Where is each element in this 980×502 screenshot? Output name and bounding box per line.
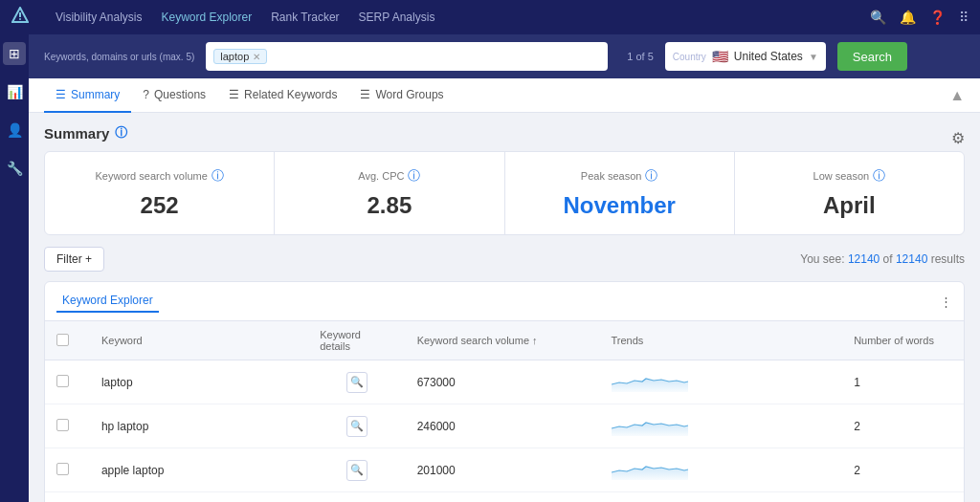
- filter-button[interactable]: Filter +: [44, 247, 104, 272]
- row-volume-cell: 246000: [406, 404, 600, 448]
- bell-icon[interactable]: 🔔: [900, 10, 916, 25]
- tab-questions-label: Questions: [154, 88, 206, 101]
- stat-search-volume: Keyword search volume ⓘ 252: [45, 152, 275, 234]
- sidebar-icon-chart[interactable]: 📊: [3, 80, 26, 103]
- tab-wordgroups[interactable]: ☰ Word Groups: [348, 78, 455, 113]
- summary-title: Summary ⓘ: [44, 124, 127, 142]
- tag-close-btn[interactable]: ✕: [253, 52, 260, 62]
- nav-link-visibility[interactable]: Visibility Analysis: [56, 11, 142, 24]
- row-details-cell: 🔍: [308, 404, 405, 448]
- sidebar-icon-people[interactable]: 👤: [3, 119, 26, 142]
- table-row: apple laptop 🔍 201000: [45, 448, 964, 492]
- stat-value-cpc: 2.85: [294, 192, 484, 219]
- stat-low-season: Low season ⓘ April: [735, 152, 964, 234]
- row-details-cell: 🔍: [308, 448, 405, 492]
- stat-cpc-info-icon[interactable]: ⓘ: [408, 167, 420, 185]
- main-content: Keywords, domains or urls (max. 5) lapto…: [29, 34, 980, 502]
- row-checkbox-1[interactable]: [56, 419, 69, 431]
- row-details-cell: 🔍: [308, 360, 405, 404]
- sidebar-icon-tool[interactable]: 🔧: [3, 157, 26, 180]
- stat-peak-info-icon[interactable]: ⓘ: [645, 167, 657, 185]
- nav-icons: 🔍 🔔 ❓ ⠿: [870, 10, 969, 25]
- stat-volume-info-icon[interactable]: ⓘ: [212, 167, 224, 185]
- results-info: You see: 12140 of 12140 results: [800, 252, 965, 266]
- row-words-cell: 2: [842, 448, 964, 492]
- stat-cpc: Avg. CPC ⓘ 2.85: [275, 152, 504, 234]
- row-words-cell: 1: [842, 360, 964, 404]
- trend-sparkline-1: [612, 413, 688, 436]
- logo: [11, 7, 29, 28]
- col-header-words[interactable]: Number of words: [842, 321, 964, 360]
- stat-label-volume: Keyword search volume ⓘ: [64, 167, 255, 185]
- row-volume-cell: 90500: [406, 492, 600, 503]
- results-of: of: [883, 252, 896, 266]
- stat-low-info-icon[interactable]: ⓘ: [873, 167, 885, 185]
- table-tab-keyword-explorer[interactable]: Keyword Explorer: [56, 290, 159, 313]
- help-icon[interactable]: ❓: [929, 10, 946, 25]
- summary-tab-icon: ☰: [56, 88, 66, 101]
- row-keyword-cell: laptop: [90, 360, 308, 404]
- col-header-volume[interactable]: Keyword search volume ↑: [406, 321, 600, 360]
- keyword-tag: laptop ✕: [213, 49, 267, 64]
- detail-btn-2[interactable]: 🔍: [346, 460, 368, 481]
- results-count-link[interactable]: 12140: [848, 252, 880, 266]
- sidebar-icon-grid[interactable]: ⊞: [3, 42, 26, 65]
- tab-bar-collapse-icon[interactable]: ▲: [949, 87, 965, 104]
- row-trend-cell: [600, 448, 843, 492]
- table-head-row: Keyword Keyword details Keyword search v…: [45, 321, 964, 360]
- search-icon[interactable]: 🔍: [870, 10, 886, 25]
- related-tab-icon: ☰: [229, 88, 239, 101]
- table-more-icon[interactable]: ⋮: [940, 295, 952, 309]
- wordgroups-tab-icon: ☰: [360, 88, 370, 101]
- stats-row: Keyword search volume ⓘ 252 Avg. CPC ⓘ 2…: [44, 151, 965, 235]
- col-header-details: Keyword details: [308, 321, 405, 360]
- nav-link-keyword[interactable]: Keyword Explorer: [161, 11, 252, 24]
- table-row: asus laptop 🔍 90500: [45, 492, 964, 503]
- table-row: hp laptop 🔍 246000: [45, 404, 964, 448]
- tab-wordgroups-label: Word Groups: [375, 88, 443, 101]
- settings-gear-icon[interactable]: ⚙: [951, 129, 965, 147]
- results-text: You see:: [800, 252, 844, 266]
- col-header-check: [45, 321, 90, 360]
- top-navigation: Visibility Analysis Keyword Explorer Ran…: [0, 0, 980, 34]
- keyword-tag-text: laptop: [220, 51, 249, 62]
- row-trend-cell: [600, 492, 843, 503]
- summary-title-text: Summary: [44, 125, 109, 142]
- tab-bar: ☰ Summary ? Questions ☰ Related Keywords…: [29, 78, 980, 113]
- search-button[interactable]: Search: [837, 42, 907, 71]
- row-keyword-cell: apple laptop: [90, 448, 308, 492]
- tab-related[interactable]: ☰ Related Keywords: [217, 78, 348, 113]
- country-selector[interactable]: Country 🇺🇸 United States ▼: [665, 42, 826, 71]
- row-checkbox-2[interactable]: [56, 463, 69, 475]
- search-counter: 1 of 5: [627, 51, 654, 62]
- detail-btn-0[interactable]: 🔍: [346, 372, 368, 393]
- country-name: United States: [734, 50, 803, 63]
- summary-info-icon[interactable]: ⓘ: [115, 124, 127, 142]
- row-checkbox-0[interactable]: [56, 375, 69, 387]
- results-total-link[interactable]: 12140: [896, 252, 927, 266]
- summary-header: Summary ⓘ ⚙: [44, 124, 965, 151]
- col-header-keyword[interactable]: Keyword: [90, 321, 308, 360]
- sidebar: ⊞ 📊 👤 🔧: [0, 34, 29, 502]
- nav-link-serp[interactable]: SERP Analysis: [359, 11, 435, 24]
- row-trend-cell: [600, 404, 843, 448]
- select-all-checkbox[interactable]: [56, 334, 69, 346]
- stat-value-low: April: [754, 192, 945, 219]
- tab-questions[interactable]: ? Questions: [131, 78, 217, 113]
- grid-icon[interactable]: ⠿: [959, 10, 969, 25]
- nav-link-rank[interactable]: Rank Tracker: [271, 11, 339, 24]
- col-header-trends[interactable]: Trends: [600, 321, 843, 360]
- tab-related-label: Related Keywords: [244, 88, 337, 101]
- search-label: Keywords, domains or urls (max. 5): [44, 52, 194, 62]
- tab-summary[interactable]: ☰ Summary: [44, 78, 131, 113]
- trend-sparkline-2: [612, 457, 688, 480]
- row-details-cell: 🔍: [308, 492, 405, 503]
- table-header-row: Keyword Explorer ⋮: [45, 282, 964, 321]
- keyword-data-table: Keyword Keyword details Keyword search v…: [45, 321, 964, 502]
- results-suffix: results: [931, 252, 965, 266]
- table-row: laptop 🔍 673000: [45, 360, 964, 404]
- stat-label-peak: Peak season ⓘ: [524, 167, 715, 185]
- detail-btn-1[interactable]: 🔍: [346, 416, 368, 437]
- row-check-cell: [45, 404, 90, 448]
- row-volume-cell: 673000: [406, 360, 600, 404]
